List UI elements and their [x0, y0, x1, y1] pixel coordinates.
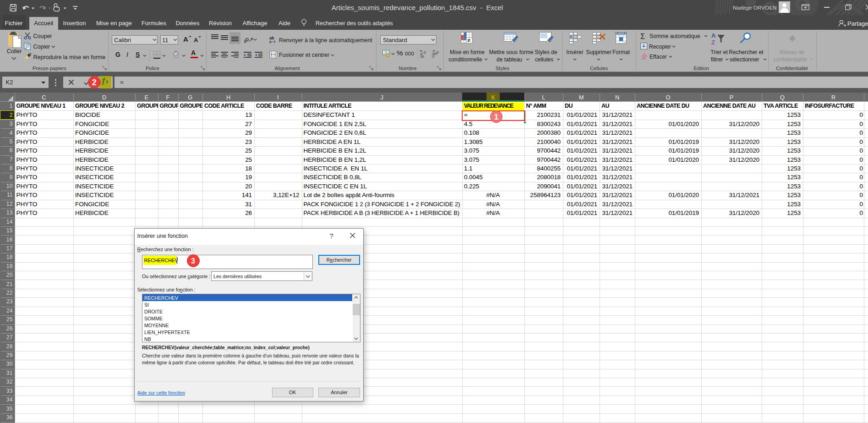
- svg-text:A: A: [711, 32, 716, 39]
- svg-text:,00: ,00: [420, 55, 424, 58]
- svg-text:ab: ab: [244, 36, 250, 44]
- svg-text:≠: ≠: [468, 38, 470, 43]
- svg-text:Z: Z: [711, 39, 715, 46]
- svg-text:0: 0: [424, 50, 426, 55]
- svg-text:0: 0: [437, 50, 439, 55]
- svg-text:,0: ,0: [431, 55, 434, 58]
- svg-text:c: c: [269, 39, 272, 44]
